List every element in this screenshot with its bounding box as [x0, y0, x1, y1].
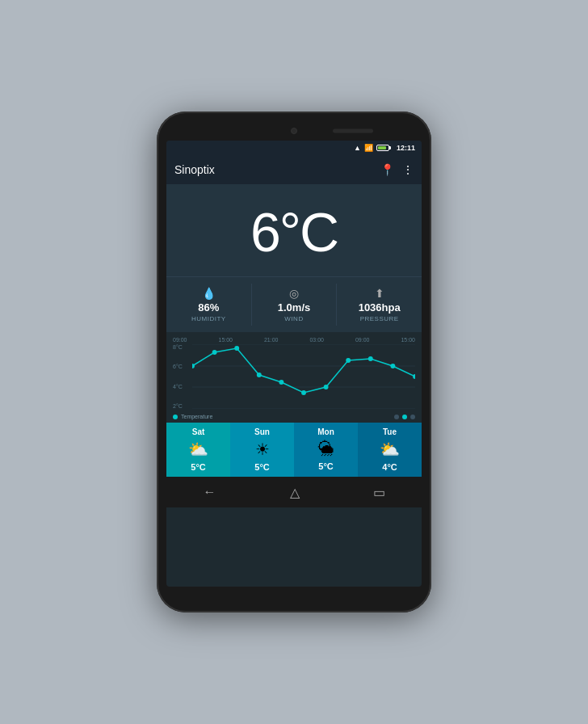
forecast-tue-temp: 4°C: [382, 462, 397, 472]
phone-top-bar: [166, 121, 422, 141]
svg-point-9: [301, 390, 306, 395]
forecast-mon-icon: 🌦: [318, 440, 334, 458]
humidity-label: HUMIDITY: [191, 315, 226, 322]
forecast-mon-name: Mon: [317, 427, 334, 436]
pressure-stat: ⬆ 1036hpa PRESSURE: [337, 284, 422, 326]
chart-area: 09:00 15:00 21:00 03:00 09:00 15:00 8°C …: [166, 332, 422, 423]
time-label-3: 21:00: [264, 337, 279, 343]
forecast-sat-name: Sat: [192, 427, 205, 436]
phone-screen: ▲ 📶 12:11 Sinoptix 📍 ⋮ 6°C 💧: [166, 141, 422, 587]
y-label-3: 4°C: [173, 384, 183, 389]
temperature-display: 6°C: [250, 200, 338, 263]
chart-time-labels: 09:00 15:00 21:00 03:00 09:00 15:00: [173, 337, 415, 343]
svg-point-5: [212, 350, 217, 355]
svg-point-14: [413, 374, 415, 379]
forecast-sat[interactable]: Sat ⛅ 5°C: [166, 423, 230, 477]
legend-text: Temperature: [181, 414, 212, 419]
y-label-2: 6°C: [173, 364, 183, 369]
bottom-nav: ← △ ▭: [166, 477, 422, 507]
temperature-chart: [192, 344, 415, 409]
humidity-value: 86%: [198, 301, 219, 314]
pressure-value: 1036hpa: [359, 301, 401, 314]
y-label-1: 8°C: [173, 344, 183, 350]
stats-row: 💧 86% HUMIDITY ◎ 1.0m/s WIND ⬆ 1036hpa P…: [166, 276, 422, 332]
forecast-tue[interactable]: Tue ⛅ 4°C: [358, 423, 422, 477]
page-indicator: [394, 415, 415, 419]
speaker: [333, 129, 373, 133]
forecast-sun-name: Sun: [254, 427, 270, 436]
pressure-icon: ⬆: [375, 287, 384, 300]
home-button[interactable]: △: [277, 480, 313, 505]
status-time: 12:11: [397, 144, 415, 152]
battery-icon: [376, 145, 391, 151]
forecast-sun[interactable]: Sun ☀ 5°C: [230, 423, 294, 477]
page-dot-2: [402, 415, 407, 419]
svg-point-6: [234, 346, 239, 351]
forecast-mon-temp: 5°C: [318, 461, 333, 471]
legend-dot: [173, 415, 178, 419]
time-label-6: 15:00: [401, 337, 415, 343]
more-options-icon[interactable]: ⋮: [402, 163, 414, 176]
time-label-5: 09:00: [355, 337, 370, 343]
svg-point-12: [368, 356, 373, 361]
wind-label: WIND: [284, 315, 303, 322]
weather-main: 6°C: [166, 184, 422, 276]
svg-point-10: [324, 385, 329, 389]
pressure-label: PRESSURE: [360, 315, 399, 322]
page-dot-3: [410, 415, 415, 419]
forecast-sun-icon: ☀: [255, 440, 270, 459]
wifi-icon: 📶: [364, 144, 373, 152]
time-label-4: 03:00: [309, 337, 324, 343]
forecast-tue-icon: ⛅: [380, 440, 400, 459]
app-bar: Sinoptix 📍 ⋮: [166, 155, 422, 184]
forecast-mon[interactable]: Mon 🌦 5°C: [294, 423, 358, 477]
time-label-1: 09:00: [173, 337, 187, 343]
chart-container: 8°C 6°C 4°C 2°C: [173, 344, 415, 409]
wind-stat: ◎ 1.0m/s WIND: [252, 284, 338, 326]
app-bar-icons: 📍 ⋮: [380, 163, 414, 176]
location-icon[interactable]: 📍: [380, 163, 394, 176]
phone: ▲ 📶 12:11 Sinoptix 📍 ⋮ 6°C 💧: [157, 112, 431, 612]
forecast-sat-temp: 5°C: [191, 462, 205, 472]
forecast-sun-temp: 5°C: [254, 462, 269, 472]
svg-point-13: [390, 364, 395, 368]
wind-icon: ◎: [289, 287, 299, 300]
svg-point-7: [257, 373, 262, 377]
chart-y-labels: 8°C 6°C 4°C 2°C: [173, 344, 183, 409]
wind-value: 1.0m/s: [278, 301, 310, 314]
chart-legend: Temperature: [173, 414, 212, 419]
forecast-sat-icon: ⛅: [188, 440, 208, 459]
status-bar: ▲ 📶 12:11: [166, 141, 422, 155]
forecast-row: Sat ⛅ 5°C Sun ☀ 5°C Mon 🌦 5°C Tue ⛅ 4°C: [166, 423, 422, 477]
app-title: Sinoptix: [174, 163, 215, 176]
svg-point-11: [346, 358, 351, 363]
signal-icon: ▲: [354, 144, 361, 152]
forecast-tue-name: Tue: [383, 427, 397, 436]
y-label-4: 2°C: [173, 403, 183, 409]
back-button[interactable]: ←: [191, 480, 229, 504]
svg-point-8: [279, 380, 284, 385]
humidity-icon: 💧: [202, 287, 216, 300]
page-dot-1: [394, 415, 399, 419]
recent-button[interactable]: ▭: [360, 480, 398, 505]
time-label-2: 15:00: [218, 337, 233, 343]
front-camera: [291, 128, 297, 134]
humidity-stat: 💧 86% HUMIDITY: [166, 284, 252, 326]
